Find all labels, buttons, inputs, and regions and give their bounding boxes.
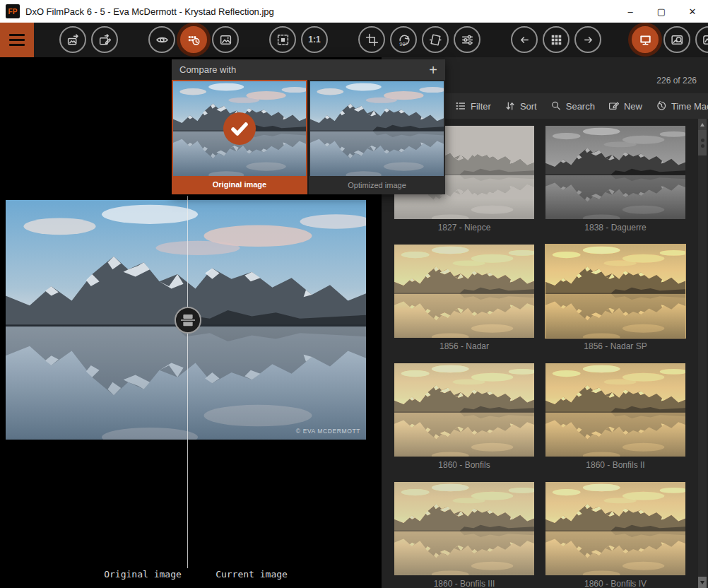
preset-1860-bonfils-iv[interactable]: 1860 - Bonfils IV — [545, 482, 685, 588]
hamburger-icon — [9, 34, 25, 36]
filter-list-icon — [455, 100, 466, 112]
compare-item-original[interactable]: Original image — [172, 80, 307, 194]
preset-thumbnail[interactable] — [394, 482, 534, 575]
monitor-icon — [639, 33, 652, 47]
preset-label: 1860 - Bonfils III — [394, 575, 534, 588]
scroll-up-icon — [700, 123, 704, 127]
compare-original-label: Original image — [173, 176, 306, 193]
filterbar-label: Filter — [471, 101, 491, 112]
perspective-button[interactable] — [422, 26, 449, 53]
filterbar-filter[interactable]: Filter — [455, 100, 491, 112]
selected-check-badge — [223, 112, 256, 145]
compare-with-panel: Compare with + Original image Optimized … — [172, 59, 445, 194]
filterbar-new[interactable]: New — [608, 100, 642, 112]
preset-1856-nadar-sp[interactable]: 1856 - Nadar SP — [545, 245, 685, 355]
contact-sheet-button[interactable] — [543, 26, 570, 53]
preset-label: 1838 - Daguerre — [545, 219, 685, 236]
display-presets-button[interactable] — [632, 26, 659, 53]
zoom-1-1-button-label: 1:1 — [308, 35, 320, 45]
minimize-button[interactable]: – — [615, 0, 646, 23]
next-image-button[interactable] — [574, 26, 601, 53]
compare-split-handle[interactable] — [175, 307, 201, 334]
preset-label: 1860 - Bonfils II — [545, 457, 685, 474]
adjust-icon — [461, 33, 474, 47]
time-machine-icon — [656, 100, 667, 112]
search-icon — [550, 100, 562, 112]
hamburger-menu-button[interactable] — [0, 23, 34, 57]
preset-1860-bonfils-ii[interactable]: 1860 - Bonfils II — [545, 363, 685, 474]
preset-1856-nadar[interactable]: 1856 - Nadar — [394, 245, 534, 355]
perspective-icon — [429, 33, 442, 47]
preset-1838-daguerre[interactable]: 1838 - Daguerre — [545, 126, 685, 236]
preset-label: 1856 - Nadar — [394, 338, 534, 355]
preset-label: 1827 - Niepce — [394, 219, 534, 236]
export-to-editor-button[interactable] — [91, 26, 118, 53]
filterbar-label: Sort — [520, 101, 537, 112]
filterbar-search[interactable]: Search — [550, 100, 595, 112]
export-image-icon — [66, 33, 80, 47]
toolbar: 1:190° — [0, 23, 708, 57]
preset-1860-bonfils-iii[interactable]: 1860 - Bonfils III — [394, 482, 534, 588]
preset-grid: 1827 - Niepce1838 - Daguerre1856 - Nadar… — [394, 126, 685, 588]
image-icon — [219, 33, 232, 47]
export-edit-icon — [98, 33, 112, 47]
loupe-button[interactable] — [663, 26, 690, 53]
add-snapshot-button[interactable]: + — [429, 63, 437, 77]
scroll-up-button[interactable] — [698, 119, 707, 130]
prev-icon — [518, 33, 531, 47]
fit-to-screen-button[interactable] — [269, 26, 296, 53]
filterbar-label: Search — [566, 101, 595, 112]
adjustments-button[interactable] — [454, 26, 480, 53]
scroll-down-button[interactable] — [698, 577, 707, 588]
window-title: DxO FilmPack 6 - 5 - Eva McDermott - Kry… — [25, 6, 615, 17]
eye-icon — [155, 33, 169, 47]
preset-thumbnail[interactable] — [545, 482, 685, 575]
preview-left-label: Original image — [104, 569, 182, 580]
close-button[interactable]: ✕ — [677, 0, 708, 23]
preview-toggle-button[interactable] — [148, 26, 175, 53]
sort-icon — [505, 100, 516, 112]
titlebar: FP DxO FilmPack 6 - 5 - Eva McDermott - … — [0, 0, 708, 23]
loupe-icon — [671, 33, 684, 47]
compare-with-button[interactable] — [180, 26, 207, 53]
compare-icon — [187, 33, 201, 47]
zoom-1-1-button[interactable]: 1:1 — [301, 26, 328, 53]
compare-item-optimized[interactable]: Optimized image — [309, 80, 445, 194]
crop-button[interactable] — [358, 26, 385, 53]
preview-right-label: Current image — [216, 569, 288, 580]
compare-original-thumbnail — [173, 81, 306, 176]
presets-scrollbar[interactable] — [698, 119, 707, 588]
compare-optimized-label: Optimized image — [309, 176, 445, 194]
histogram-button[interactable] — [695, 26, 708, 53]
scrollbar-thumb[interactable] — [698, 130, 707, 155]
filterbar-sort[interactable]: Sort — [505, 100, 537, 112]
preset-label: 1860 - Bonfils IV — [545, 575, 685, 588]
next-icon — [582, 33, 595, 47]
check-icon — [223, 112, 256, 145]
app-window: FP DxO FilmPack 6 - 5 - Eva McDermott - … — [0, 0, 708, 588]
preset-1860-bonfils[interactable]: 1860 - Bonfils — [394, 363, 534, 474]
compare-optimized-thumbnail — [310, 81, 444, 176]
preset-thumbnail[interactable] — [394, 245, 534, 338]
preset-thumbnail[interactable] — [545, 245, 685, 338]
photo-watermark: © EVA MCDERMOTT — [212, 428, 360, 435]
filterbar-time-machine[interactable]: Time Machine — [656, 100, 708, 112]
preset-thumbnail[interactable] — [545, 363, 685, 457]
filterbar-label: New — [624, 101, 642, 112]
preset-label: 1856 - Nadar SP — [545, 338, 685, 355]
split-handle-icon — [177, 310, 199, 331]
fit-icon — [276, 33, 290, 47]
grid-icon — [550, 33, 563, 47]
image-display-button[interactable] — [212, 26, 239, 53]
rotate-icon — [397, 33, 411, 47]
rotate-90-button[interactable]: 90° — [390, 26, 417, 53]
new-icon — [608, 100, 620, 112]
export-image-button[interactable] — [59, 26, 86, 53]
compare-panel-header: Compare with + — [172, 59, 445, 80]
preset-thumbnail[interactable] — [394, 363, 534, 457]
previous-image-button[interactable] — [511, 26, 538, 53]
compare-split-line[interactable] — [187, 196, 188, 568]
preset-thumbnail[interactable] — [545, 126, 685, 219]
compare-panel-title: Compare with — [179, 64, 236, 75]
maximize-button[interactable]: ▢ — [646, 0, 677, 23]
